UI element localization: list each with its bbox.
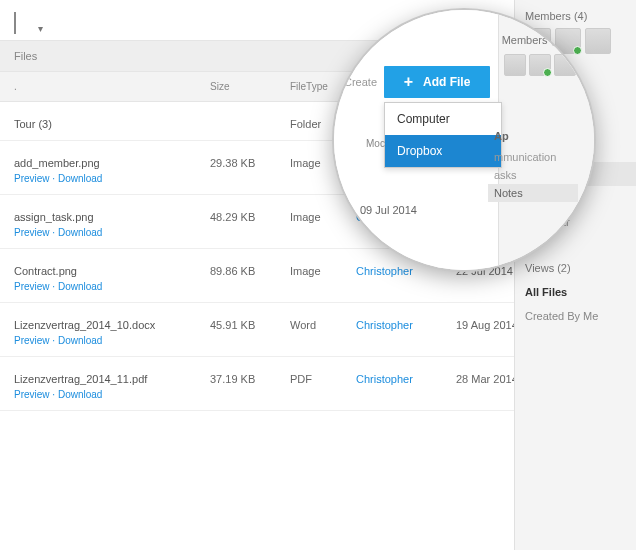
add-file-label: Add File <box>423 75 470 89</box>
table-row[interactable]: Lizenzvertrag_2014_11.pdfPreview · Downl… <box>0 357 520 411</box>
magnifier-callout: Create + Add File Computer Dropbox Moc 0… <box>334 10 594 270</box>
file-size: 48.29 KB <box>210 211 290 238</box>
file-size: 37.19 KB <box>210 373 290 400</box>
row-actions: Preview · Download <box>14 173 210 184</box>
tab-files[interactable]: Files <box>14 50 37 62</box>
chevron-down-icon[interactable]: ▾ <box>38 23 43 34</box>
modified-by-link[interactable]: Christopher <box>356 373 456 400</box>
file-type: PDF <box>290 373 356 400</box>
file-date: 28 Mar 2014 <box>456 373 520 400</box>
file-name: Lizenzvertrag_2014_11.pdf <box>14 373 210 385</box>
preview-link[interactable]: Preview <box>14 335 50 346</box>
avatar[interactable] <box>504 54 526 76</box>
table-row[interactable]: Lizenzvertrag_2014_10.docxPreview · Down… <box>0 303 520 357</box>
views-header: Views (2) <box>515 252 636 280</box>
sidebar-item-communication[interactable]: mmunication <box>494 148 578 166</box>
col-size[interactable]: Size <box>210 81 290 92</box>
row-actions: Preview · Download <box>14 389 210 400</box>
row-actions: Preview · Download <box>14 227 210 238</box>
download-link[interactable]: Download <box>58 173 102 184</box>
create-label-partial: Create <box>344 76 377 88</box>
title-cursor <box>14 12 20 34</box>
avatar[interactable] <box>529 54 551 76</box>
sidebar-view-created-by-me[interactable]: Created By Me <box>515 304 636 328</box>
file-name: Lizenzvertrag_2014_10.docx <box>14 319 210 331</box>
col-name[interactable]: . <box>14 81 210 92</box>
preview-link[interactable]: Preview <box>14 173 50 184</box>
file-size <box>210 118 290 130</box>
add-file-menu: Computer Dropbox <box>384 102 502 168</box>
row-actions: Preview · Download <box>14 281 210 292</box>
sidebar-nav: Ap mmunication asks Notes <box>494 130 578 202</box>
file-name: assign_task.png <box>14 211 210 223</box>
file-name: Tour (3) <box>14 118 210 130</box>
preview-link[interactable]: Preview <box>14 389 50 400</box>
download-link[interactable]: Download <box>58 335 102 346</box>
file-name: add_member.png <box>14 157 210 169</box>
sidebar-item-notes[interactable]: Notes <box>488 184 578 202</box>
file-size: 45.91 KB <box>210 319 290 346</box>
members-header: Members (4) <box>515 0 636 28</box>
menu-item-computer[interactable]: Computer <box>385 103 501 135</box>
avatar[interactable] <box>585 28 611 54</box>
modified-by-link[interactable]: Christopher <box>356 319 456 346</box>
preview-link[interactable]: Preview <box>14 281 50 292</box>
preview-link[interactable]: Preview <box>14 227 50 238</box>
file-date: 19 Aug 2014 <box>456 319 520 346</box>
add-file-button[interactable]: + Add File <box>384 66 490 98</box>
file-type: Image <box>290 211 356 238</box>
avatar[interactable] <box>555 28 581 54</box>
file-type: Image <box>290 265 356 292</box>
download-link[interactable]: Download <box>58 281 102 292</box>
col-modifiedby-partial: Moc <box>366 138 385 149</box>
sidebar-view-all-files[interactable]: All Files <box>515 280 636 304</box>
download-link[interactable]: Download <box>58 227 102 238</box>
file-size: 29.38 KB <box>210 157 290 184</box>
download-link[interactable]: Download <box>58 389 102 400</box>
modified-by-link[interactable]: Christopher <box>356 265 456 292</box>
plus-icon: + <box>404 74 413 90</box>
row-actions: Preview · Download <box>14 335 210 346</box>
menu-item-dropbox[interactable]: Dropbox <box>385 135 501 167</box>
sidebar-views: All Files Created By Me <box>515 280 636 328</box>
sidebar-group-header: Ap <box>494 130 578 142</box>
callout-date: 09 Jul 2014 <box>360 204 417 216</box>
file-name: Contract.png <box>14 265 210 277</box>
sidebar-item-tasks[interactable]: asks <box>494 166 578 184</box>
file-size: 89.86 KB <box>210 265 290 292</box>
file-type: Word <box>290 319 356 346</box>
